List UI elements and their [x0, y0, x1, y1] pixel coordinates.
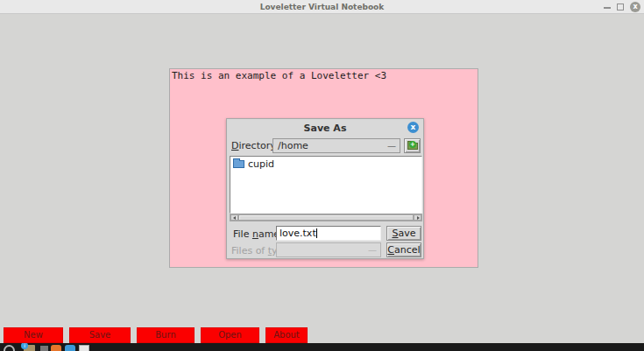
terminal-icon[interactable] [40, 346, 48, 351]
file-name-row: File name: love.txt Save [227, 226, 425, 241]
directory-label: Directory: [231, 140, 279, 151]
scroll-right-icon[interactable] [414, 214, 421, 221]
new-folder-button[interactable]: + [404, 138, 421, 153]
scrollbar-thumb[interactable] [238, 214, 414, 221]
save-as-dialog: Save As x Directory: /home — + cupid [226, 118, 424, 259]
directory-row: Directory: /home — + [231, 138, 421, 153]
dialog-close-icon[interactable]: x [407, 122, 419, 133]
directory-dropdown[interactable]: /home — [272, 138, 400, 153]
start-menu-icon[interactable] [4, 345, 15, 351]
info-badge-icon: i [21, 343, 28, 349]
app-window: Loveletter Virtual Notebook x This is an… [0, 0, 644, 351]
cancel-button[interactable]: Cancel [386, 242, 421, 257]
file-name-input[interactable]: love.txt [276, 226, 381, 241]
close-icon[interactable]: x [630, 2, 640, 12]
burn-loveletter-button[interactable]: Burn Loveletter [137, 327, 195, 343]
scroll-left-icon[interactable] [230, 214, 238, 221]
browser-icon[interactable] [51, 345, 61, 351]
plus-badge-icon: + [409, 141, 416, 148]
save-button[interactable]: Save [386, 226, 421, 241]
app-icon[interactable] [65, 345, 75, 351]
file-manager-icon[interactable]: i [24, 345, 35, 351]
list-item[interactable]: cupid [230, 157, 421, 170]
about-us-button[interactable]: About Us [265, 327, 308, 343]
window-title: Loveletter Virtual Notebook [0, 0, 644, 14]
new-folder-icon: + [407, 143, 418, 150]
open-loveletter-button[interactable]: Open Loveletter [201, 327, 259, 343]
dialog-title: Save As [227, 123, 423, 134]
new-loveletter-button[interactable]: New Loveletter [4, 327, 63, 343]
maximize-icon[interactable] [617, 4, 624, 11]
file-list[interactable]: cupid [230, 156, 422, 214]
dropdown-arrow-icon: — [368, 243, 377, 256]
action-button-bar: New Loveletter Save Loveletter Burn Love… [4, 327, 308, 343]
directory-value: /home [278, 140, 308, 151]
dropdown-arrow-icon: — [387, 139, 396, 152]
horizontal-scrollbar[interactable] [230, 214, 422, 221]
save-loveletter-button[interactable]: Save Loveletter [69, 327, 131, 343]
files-of-type-row: Files of type: — Cancel [227, 242, 425, 257]
minimize-icon[interactable] [604, 7, 611, 9]
window-task-icon[interactable] [79, 345, 89, 351]
file-list-entry-name: cupid [248, 158, 274, 170]
loveletter-text: This is an example of a Loveletter <3 [170, 69, 478, 82]
taskbar: i [0, 343, 644, 351]
text-caret [316, 228, 317, 238]
files-of-type-dropdown: — [276, 242, 381, 257]
folder-icon [233, 160, 244, 168]
window-titlebar: Loveletter Virtual Notebook x [0, 0, 644, 14]
